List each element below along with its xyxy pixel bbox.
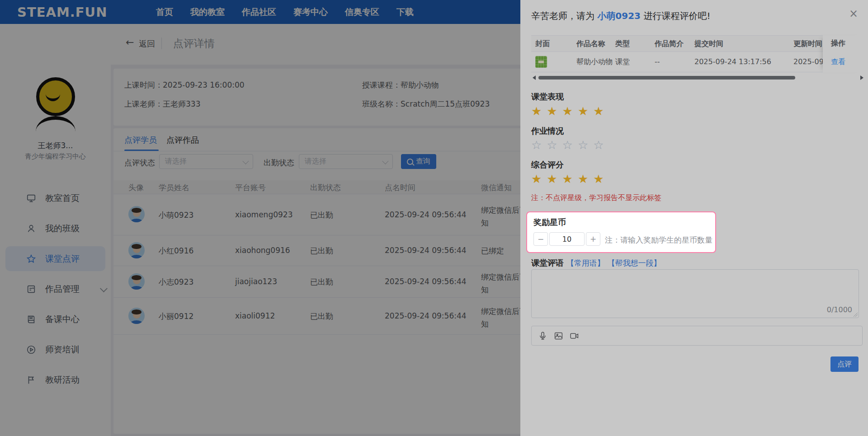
increase-button[interactable]: + xyxy=(586,232,600,246)
reward-coins-section: 奖励星币 − + 注：请输入奖励学生的星币数量 xyxy=(526,211,716,253)
reward-coins-hint: 注：请输入奖励学生的星币数量 xyxy=(605,235,712,245)
app-root: STEAM.FUN 首页 我的教室 作品社区 赛考中心 信奥专区 下载 王老师3… xyxy=(0,0,868,436)
reward-coins-stepper: − + xyxy=(533,232,600,246)
decrease-button[interactable]: − xyxy=(533,232,548,246)
tour-overlay[interactable] xyxy=(0,0,868,436)
reward-coins-label: 奖励星币 xyxy=(533,217,566,228)
reward-coins-input[interactable] xyxy=(549,232,585,246)
